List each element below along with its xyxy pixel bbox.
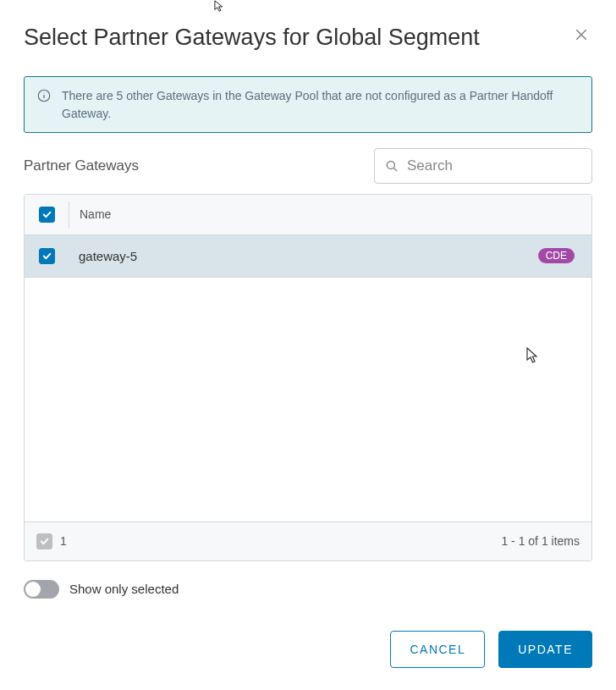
info-text: There are 5 other Gateways in the Gatewa… [62,87,580,122]
table-row[interactable]: gateway-5 CDE [25,235,591,278]
info-banner: There are 5 other Gateways in the Gatewa… [24,76,592,133]
footer-checkbox [36,533,52,549]
close-icon [574,27,589,45]
selected-count: 1 [60,534,67,548]
row-badge-cell: CDE [538,248,591,263]
close-button[interactable] [570,24,592,48]
row-checkbox-cell [25,235,69,277]
section-title: Partner Gateways [24,157,139,174]
show-only-selected-toggle[interactable] [24,580,59,599]
column-header-name: Name [80,207,111,221]
select-all-checkbox[interactable] [39,207,55,223]
update-button[interactable]: UPDATE [498,631,592,668]
footer-left: 1 [36,533,67,549]
cde-badge: CDE [538,248,575,263]
modal-title: Select Partner Gateways for Global Segme… [24,24,480,51]
gateway-name: gateway-5 [79,249,137,263]
gateways-table: Name gateway-5 CDE [24,194,592,561]
toggle-knob [25,582,41,597]
svg-point-4 [43,93,44,94]
modal-header: Select Partner Gateways for Global Segme… [24,24,592,51]
info-icon [36,87,52,122]
cancel-button[interactable]: CANCEL [390,631,485,668]
table-header-row: Name [25,195,591,235]
row-checkbox[interactable] [39,248,55,264]
toggle-row: Show only selected [24,580,592,599]
table-footer: 1 1 - 1 of 1 items [25,522,591,560]
table-body: gateway-5 CDE [25,235,591,522]
section-row: Partner Gateways [24,148,592,184]
button-row: CANCEL UPDATE [24,631,592,678]
header-name-cell[interactable]: Name [69,207,591,221]
row-name-cell: gateway-5 [69,249,538,263]
search-wrap [374,148,592,184]
pagination-range: 1 - 1 of 1 items [501,534,580,548]
modal: Select Partner Gateways for Global Segme… [0,0,616,690]
toggle-label: Show only selected [69,582,179,596]
header-checkbox-cell [25,195,69,235]
search-input[interactable] [374,148,592,184]
